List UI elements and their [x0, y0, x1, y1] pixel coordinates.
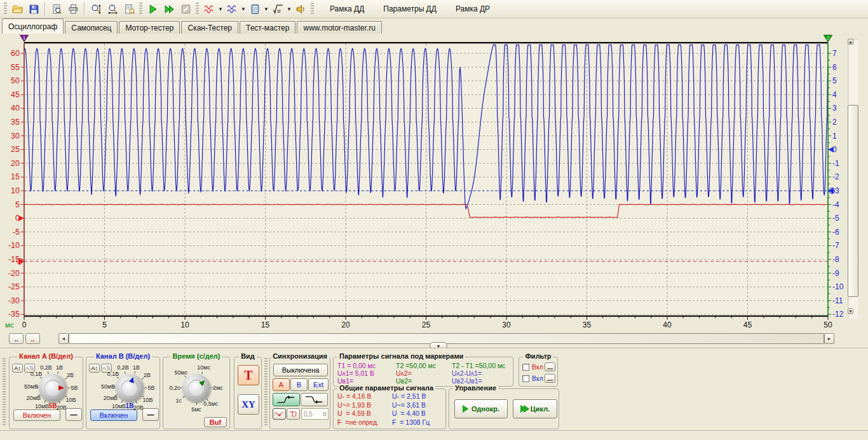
sync-falling-edge-button[interactable] — [301, 393, 328, 406]
filter-b-more-button[interactable]: ... — [545, 374, 555, 383]
panel-grip[interactable] — [264, 358, 268, 425]
channel-a-dial-label: 5В — [71, 385, 78, 391]
scroll-right-button[interactable]: ► — [824, 333, 834, 344]
channel-b-dial-label: 1В — [133, 364, 140, 371]
channel-b-coupling-dc-button[interactable]: А↕ — [89, 364, 100, 373]
dropdown-arrow-icon[interactable]: ▼ — [240, 6, 247, 12]
frame-dd-button[interactable]: Рамка ДД — [325, 2, 369, 16]
time-dial-label: 10мс — [197, 364, 210, 371]
tab-website[interactable]: www.motor-master.ru — [297, 21, 381, 34]
time-dial-label: 5мс — [191, 406, 201, 413]
dropdown-arrow-icon[interactable]: ▼ — [217, 6, 224, 12]
toolbar-grip[interactable] — [139, 3, 142, 15]
channel-a-dial-label: 2В — [67, 372, 74, 378]
channel-b-invert-button[interactable]: — — [142, 408, 159, 421]
save-button[interactable] — [25, 1, 42, 17]
svg-text:4: 4 — [832, 90, 837, 99]
open-file-button[interactable] — [9, 1, 25, 17]
left-axis-labels: 605550454035302520151050-5-10-15-20-25-3… — [8, 49, 20, 319]
channel-a-current-value: 5В — [49, 402, 57, 409]
time-marker-2-label: 2 — [827, 35, 829, 41]
time-dial-tick — [196, 388, 197, 405]
svg-text:40: 40 — [11, 104, 20, 113]
page-scale-button[interactable] — [121, 1, 137, 17]
tab-oscilloscope[interactable]: Осциллограф — [2, 18, 64, 34]
sync-source-ext-button[interactable]: Ext — [308, 378, 329, 391]
zoom-vertical-button[interactable] — [88, 1, 104, 17]
print-preview-button[interactable] — [48, 1, 65, 17]
common-param-a: F =не опред. — [337, 418, 379, 426]
sync-source-a-button[interactable]: А — [273, 378, 290, 391]
sync-mode-level-button[interactable] — [287, 408, 300, 420]
play-icon — [463, 405, 468, 413]
oscilloscope-plot[interactable]: 605550454035302520151050-5-10-15-20-25-3… — [0, 34, 868, 331]
sync-source-b-button[interactable]: B — [290, 378, 308, 391]
filter-a-more-button[interactable]: ... — [545, 362, 555, 371]
tab-scan-tester[interactable]: Скан-Тестер — [181, 21, 238, 34]
signal-blue-icon — [227, 4, 238, 15]
vertical-scrollbar-thumb[interactable] — [848, 105, 858, 297]
channel-a-group: Канал A (В/дел) А↕ А⇅ Включен — 10мВ20мВ… — [9, 357, 83, 429]
sync-off-button[interactable]: Выключена — [273, 364, 328, 376]
channel-a-title: Канал A (В/дел) — [17, 352, 75, 360]
marker-param-value: Uᴀ2-Uᴀ1= — [452, 369, 482, 377]
scroll-down-button[interactable]: ▼ — [848, 308, 853, 314]
toolbar-grip[interactable] — [196, 3, 199, 15]
tab-recorder[interactable]: Самописец — [65, 21, 118, 34]
svg-text:35: 35 — [583, 320, 592, 329]
panel-grip[interactable] — [3, 358, 6, 425]
svg-text:3: 3 — [832, 104, 837, 113]
channel-a-invert-button[interactable]: — — [65, 408, 82, 421]
channel-a-coupling-dc-button[interactable]: А↕ — [12, 364, 23, 373]
dropdown-arrow-icon[interactable]: ▼ — [263, 6, 269, 12]
common-param-a: U- = 4,16 В — [337, 392, 371, 400]
signal-red-icon — [204, 4, 215, 15]
sync-rising-edge-button[interactable] — [273, 393, 300, 406]
svg-text:35: 35 — [11, 118, 20, 127]
marker-1-button[interactable]: .. — [9, 333, 24, 344]
run-title: Управление — [453, 384, 498, 392]
run-single-button[interactable]: Однокр. — [454, 399, 508, 418]
scroll-up-button[interactable]: ▲ — [848, 39, 853, 45]
params-dd-button[interactable]: Параметры ДД — [378, 2, 442, 16]
print-button[interactable] — [65, 1, 81, 17]
signal-a-menu-button[interactable] — [201, 1, 217, 17]
view-t-button[interactable]: T — [238, 365, 259, 385]
common-param-b: U~= 3,61 В — [392, 401, 426, 409]
svg-text:-20: -20 — [8, 269, 20, 278]
dropdown-arrow-icon[interactable]: ▼ — [286, 6, 292, 12]
filter-a-checkbox[interactable] — [522, 364, 529, 371]
channel-b-current-value: 1В — [126, 402, 134, 409]
frame-dr-button[interactable]: Рамка ДР — [451, 2, 495, 16]
channel-a-zero-marker[interactable] — [18, 216, 24, 221]
sync-mode-auto-button[interactable] — [273, 408, 286, 420]
toolbar-grip[interactable] — [311, 3, 314, 15]
signal-b-menu-button[interactable] — [224, 1, 240, 17]
zoom-horizontal-button[interactable] — [104, 1, 121, 17]
toolbar-grip[interactable] — [4, 3, 7, 15]
filter-a-label: Вкл — [532, 363, 543, 371]
tab-test-master[interactable]: Тест-мастер — [240, 21, 295, 34]
channel-b-zero-marker[interactable] — [828, 147, 834, 153]
sound-button[interactable] — [292, 1, 309, 17]
buffer-button[interactable]: Buf — [204, 417, 227, 427]
math-formula-button[interactable]: α — [269, 1, 286, 17]
calculator-icon — [250, 4, 261, 15]
tab-motor-tester[interactable]: Мотор-тестер — [119, 21, 180, 34]
view-xy-button[interactable]: XY — [238, 394, 259, 415]
channel-a-knob-pointer[interactable] — [53, 385, 64, 390]
run-button[interactable] — [144, 1, 161, 17]
filter-group: Фильтр Вкл ... Вкл ... — [519, 357, 558, 387]
run-cycle-button[interactable]: Цикл. — [513, 399, 557, 418]
filter-b-checkbox[interactable] — [522, 375, 529, 382]
rising-edge-icon — [276, 395, 297, 404]
sync-level-unit: В — [323, 411, 327, 417]
run-cycle-button[interactable] — [161, 1, 177, 17]
horizontal-scrollbar-thumb[interactable] — [69, 333, 824, 344]
marker-2-button[interactable]: .. — [25, 333, 40, 344]
filter-title: Фильтр — [523, 352, 553, 360]
scroll-left-button[interactable]: ◄ — [58, 333, 69, 344]
channel-a-power-button[interactable]: Включен — [13, 409, 60, 421]
calculator-button[interactable] — [247, 1, 263, 17]
channel-b-power-button[interactable]: Включен — [90, 409, 137, 421]
